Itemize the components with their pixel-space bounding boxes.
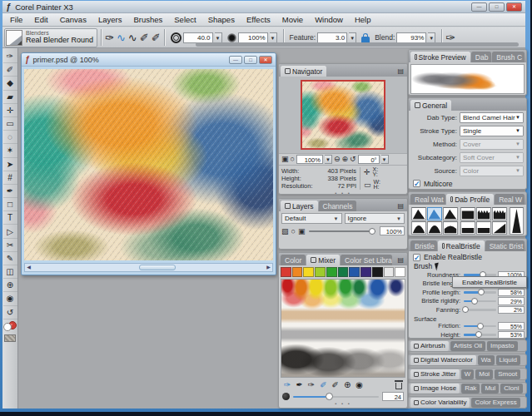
maximize-button[interactable]: □: [489, 2, 505, 12]
navigator-thumbnail[interactable]: [301, 80, 385, 150]
new-layer-icon[interactable]: ▣: [298, 227, 306, 235]
magic-wand-tool[interactable]: ✶: [3, 144, 17, 157]
tab-dab-profile[interactable]: Dab Profile: [446, 194, 494, 205]
mixer-swatch[interactable]: [372, 267, 383, 277]
rotation-dropdown-arrow[interactable]: ▼: [381, 155, 389, 164]
mixer-swatch[interactable]: [326, 267, 337, 277]
slider-track[interactable]: [464, 322, 496, 329]
shape-selection-tool[interactable]: ▷: [3, 225, 17, 238]
zoom-out-icon[interactable]: ⊖: [334, 156, 341, 163]
pan-mixer-icon[interactable]: ◉: [355, 381, 363, 389]
tab-rak[interactable]: Rak: [461, 384, 480, 394]
document-horizontal-scrollbar[interactable]: ◀ ▶: [24, 263, 273, 272]
slider-track[interactable]: [464, 306, 496, 314]
tab-cloni[interactable]: Cloni: [500, 384, 522, 394]
layer-opacity-slider[interactable]: [309, 227, 375, 235]
mixer-swatch[interactable]: [360, 267, 371, 277]
dab-profile-tall-triangle[interactable]: [510, 207, 524, 235]
tab-channels[interactable]: Channels: [319, 201, 357, 211]
opacity-dropdown-arrow[interactable]: ▼: [270, 32, 277, 43]
color-well[interactable]: [3, 320, 17, 333]
scroll-left-arrow[interactable]: ◀: [25, 264, 32, 271]
slider-handle[interactable]: [326, 393, 333, 400]
mixer-swatch[interactable]: [395, 267, 405, 277]
dab-profile-peak[interactable]: [427, 207, 442, 220]
slider-value[interactable]: 58%: [498, 289, 525, 297]
scrollbar-thumb[interactable]: [139, 265, 176, 270]
dropper-tool[interactable]: ✐: [3, 63, 17, 77]
align-to-path-icon[interactable]: ✐: [140, 32, 149, 43]
slider-value[interactable]: 29%: [498, 297, 525, 305]
tab-mul[interactable]: Mul: [481, 384, 499, 394]
dab-profile-dome[interactable]: [427, 221, 442, 235]
panel-menu-icon[interactable]: ▤: [395, 256, 405, 264]
pen-tool[interactable]: ✒: [3, 185, 17, 198]
tab-color-express[interactable]: Color Express: [471, 398, 520, 408]
size-dropdown-arrow[interactable]: ▼: [215, 32, 222, 43]
slider-value[interactable]: 55%: [498, 322, 525, 330]
rotate-page-tool[interactable]: ↺: [3, 306, 17, 319]
freehand-strokes-icon[interactable]: ∿: [117, 32, 126, 43]
text-tool[interactable]: T: [3, 211, 17, 225]
dirty-brush-mode-icon[interactable]: ✑: [284, 381, 291, 389]
doc-maximize-button[interactable]: □: [244, 56, 257, 64]
dabtype-dropdown[interactable]: Blend Camel Hair▼: [460, 112, 524, 123]
tab-real-wet-oil[interactable]: Real W: [495, 194, 525, 205]
mixer-swatch[interactable]: [292, 267, 303, 277]
tab-smoot[interactable]: Smoot: [495, 369, 520, 379]
dab-profile-peak[interactable]: [411, 207, 426, 220]
mixer-swatch[interactable]: [384, 267, 395, 277]
tab-static-bristle[interactable]: Static Brist: [485, 240, 525, 251]
mixer-size-value[interactable]: 24: [382, 392, 404, 401]
minimize-button[interactable]: —: [471, 2, 487, 12]
dab-profile-jagged[interactable]: [476, 207, 491, 220]
menu-edit[interactable]: Edit: [34, 15, 47, 24]
navigator-settings-icon[interactable]: ▣: [281, 156, 289, 163]
tab-mixer[interactable]: Mixer: [306, 255, 340, 265]
zoom-mixer-icon[interactable]: ⊕: [344, 381, 351, 389]
slider-value[interactable]: 53%: [498, 331, 525, 339]
menu-help[interactable]: Help: [355, 15, 371, 24]
enable-realbristle-checkbox[interactable]: ✓: [413, 254, 420, 261]
mixer-swatch[interactable]: [349, 267, 360, 277]
tab-layers[interactable]: Layers: [281, 201, 318, 211]
tab-bristle[interactable]: Bristle: [410, 240, 437, 251]
add-point-tool[interactable]: ✎: [3, 252, 17, 265]
title-bar[interactable]: ƒ Corel Painter X3 — □ ✕: [2, 1, 525, 13]
tab-moi[interactable]: Moi: [475, 369, 493, 379]
reset-rotation-icon[interactable]: ↺: [350, 156, 356, 163]
scroll-right-arrow[interactable]: ▶: [265, 264, 272, 271]
opacity-input[interactable]: 100%: [238, 32, 268, 43]
mixer-swatch[interactable]: [338, 267, 349, 277]
menu-movie[interactable]: Movie: [282, 15, 303, 24]
mixer-swatch[interactable]: [303, 267, 314, 277]
composite-depth-dropdown[interactable]: Ignore▼: [345, 213, 405, 224]
sample-color-icon[interactable]: ✐: [320, 381, 326, 389]
doc-close-button[interactable]: ✕: [259, 56, 272, 64]
tab-digital-watercolor[interactable]: Digital Watercolor: [410, 355, 476, 365]
tab-image-hose[interactable]: Image Hose: [410, 384, 460, 394]
tab-brush-calibration[interactable]: Brush C: [492, 52, 525, 62]
magnifier-tool[interactable]: ⊕: [3, 279, 17, 292]
straight-line-strokes-icon[interactable]: ∿: [128, 32, 137, 43]
dynamic-plugins-icon[interactable]: ○: [291, 227, 296, 235]
layer-options-icon[interactable]: ▧: [281, 227, 289, 235]
tab-artists-oil[interactable]: Artists Oil: [450, 341, 485, 351]
panel-grip[interactable]: • • •: [279, 402, 407, 406]
mirror-painting-tool[interactable]: ◫: [3, 265, 17, 279]
feature-input[interactable]: 3.0: [317, 32, 347, 43]
dab-profile-jagged[interactable]: [492, 207, 507, 220]
dab-profile-flattop[interactable]: [460, 207, 475, 220]
perspective-guided-icon[interactable]: ✐: [152, 32, 161, 43]
menu-canvas[interactable]: Canvas: [60, 15, 87, 24]
rotation-input[interactable]: 0°: [358, 155, 380, 164]
slider-track[interactable]: [464, 331, 496, 339]
dab-profile-ramp[interactable]: [492, 221, 507, 235]
document-title-bar[interactable]: ƒ primer.psd @ 100% — □ ✕: [22, 53, 276, 67]
main-color-swatch[interactable]: [3, 323, 12, 331]
rectangular-selection-tool[interactable]: ▭: [3, 117, 17, 131]
slider-handle[interactable]: [477, 323, 484, 329]
magnifier-icon[interactable]: ○: [291, 156, 295, 163]
panel-grip[interactable]: • • •: [279, 191, 407, 196]
slider-track[interactable]: [464, 297, 496, 305]
